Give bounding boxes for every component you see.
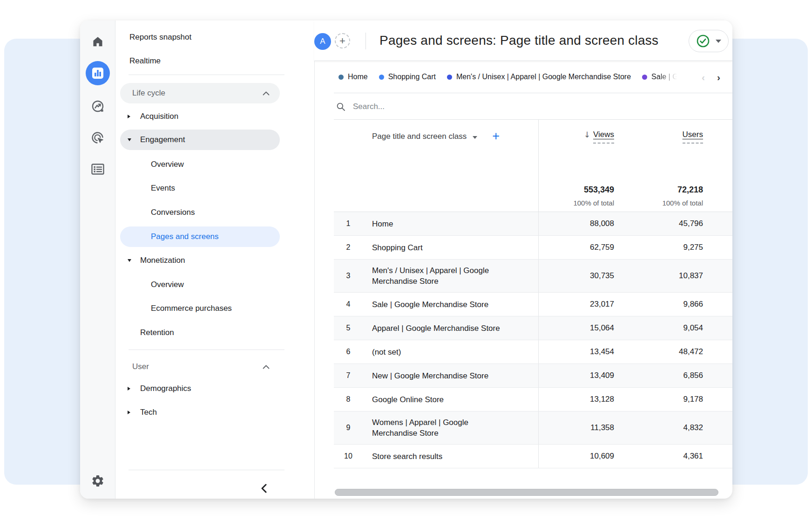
sidebar-item-ecommerce[interactable]: Ecommerce purchases	[120, 300, 280, 317]
search-input[interactable]	[352, 102, 587, 112]
sidebar-item-reports-snapshot[interactable]: Reports snapshot	[120, 29, 280, 46]
sidebar-divider	[129, 470, 284, 470]
table-row[interactable]: 8Google Online Store13,1289,178	[334, 388, 732, 411]
reports-icon-active[interactable]	[86, 61, 110, 85]
chevron-up-icon	[263, 365, 270, 369]
table-body: 1Home88,00845,7962Shopping Cart62,7599,2…	[334, 212, 732, 468]
table-row[interactable]: 9Womens | Apparel | Google Merchandise S…	[334, 411, 732, 445]
sidebar-item-mon-overview[interactable]: Overview	[120, 276, 280, 293]
sidebar-item-demographics[interactable]: Demographics	[120, 380, 280, 397]
views-column-header: ↓ Views 553,349 100% of total	[538, 120, 624, 212]
row-users-value: 48,472	[624, 340, 732, 363]
legend-label: Home	[348, 73, 368, 81]
views-total-value: 553,349	[573, 185, 614, 195]
views-header-label: Views	[593, 130, 614, 144]
library-icon[interactable]	[91, 164, 104, 175]
table-row[interactable]: 7New | Google Merchandise Store13,4096,8…	[334, 364, 732, 388]
sidebar-item-label: Reports snapshot	[129, 33, 191, 42]
app-window: Reports snapshotRealtimeLife cycleAcquis…	[80, 21, 732, 499]
sidebar-item-label: Realtime	[129, 56, 161, 66]
row-views-value: 13,454	[538, 340, 624, 363]
sidebar-item-events[interactable]: Events	[120, 180, 280, 197]
settings-gear-icon[interactable]	[91, 474, 105, 488]
table-row[interactable]: 10Store search results10,6094,361	[334, 445, 732, 468]
page: Reports snapshotRealtimeLife cycleAcquis…	[0, 0, 812, 521]
row-views-value: 62,759	[538, 236, 624, 259]
legend-prev-icon: ‹	[702, 72, 705, 82]
dimension-selector[interactable]: Page title and screen class	[372, 132, 477, 141]
sidebar-item-label: Pages and screens	[151, 232, 219, 241]
report-status-button[interactable]	[689, 30, 729, 52]
avatar[interactable]: A	[314, 33, 331, 50]
row-views-value: 10,609	[538, 445, 624, 468]
row-page-title: (not set)	[363, 340, 538, 363]
row-users-value: 9,275	[624, 236, 732, 259]
row-views-value: 23,017	[538, 293, 624, 316]
table-row[interactable]: 1Home88,00845,796	[334, 212, 732, 236]
views-sort-header[interactable]: ↓ Views	[584, 130, 614, 144]
sidebar-item-label: Demographics	[140, 384, 191, 393]
table-row[interactable]: 2Shopping Cart62,7599,275	[334, 236, 732, 260]
add-comparison-button[interactable]: +	[335, 33, 350, 48]
users-column-header: Users 72,218 100% of total	[624, 120, 732, 212]
legend-label: Shopping Cart	[388, 73, 436, 81]
table-row[interactable]: 5Apparel | Google Merchandise Store15,06…	[334, 316, 732, 340]
row-rank: 7	[334, 364, 363, 387]
row-views-value: 88,008	[538, 212, 624, 235]
row-views-value: 15,064	[538, 316, 624, 340]
row-rank: 3	[334, 260, 363, 292]
row-page-title: Home	[363, 212, 538, 235]
legend-next-icon[interactable]: ›	[717, 72, 720, 82]
sidebar-item-label: Ecommerce purchases	[151, 304, 232, 313]
row-users-value: 4,361	[624, 445, 732, 468]
sidebar-item-engagement[interactable]: Engagement	[120, 130, 280, 150]
collapse-sidebar-button[interactable]	[255, 480, 272, 497]
table-row[interactable]: 6(not set)13,45448,472	[334, 340, 732, 364]
table-row[interactable]: 4Sale | Google Merchandise Store23,0179,…	[334, 293, 732, 316]
add-column-button[interactable]: +	[492, 129, 500, 144]
sidebar-item-conversions[interactable]: Conversions	[120, 204, 280, 221]
legend-dot-icon	[338, 75, 344, 80]
table-row[interactable]: 3Men's / Unisex | Apparel | Google Merch…	[334, 260, 732, 293]
row-page-title: Google Online Store	[363, 388, 538, 411]
data-table: Page title and screen class + ↓ Views 55…	[334, 120, 732, 468]
row-rank: 1	[334, 212, 363, 235]
row-page-title: New | Google Merchandise Store	[363, 364, 538, 387]
sidebar-item-label: Engagement	[140, 135, 185, 144]
home-icon[interactable]	[91, 35, 104, 48]
sidebar-divider	[129, 75, 284, 75]
collapsed-arrow-icon	[128, 411, 130, 414]
collapsed-arrow-icon	[128, 387, 130, 391]
row-rank: 8	[334, 388, 363, 411]
views-total-pct: 100% of total	[573, 199, 614, 207]
explore-icon[interactable]	[91, 99, 105, 113]
reports-active-circle	[86, 61, 110, 85]
row-rank: 10	[334, 445, 363, 468]
expanded-arrow-icon	[128, 138, 131, 141]
users-sort-header[interactable]: Users	[683, 130, 703, 144]
sidebar-item-pages-screens[interactable]: Pages and screens	[120, 226, 280, 247]
sidebar-item-label: Tech	[140, 408, 157, 417]
row-views-value: 11,358	[538, 411, 624, 444]
report-header: A + Pages and screens: Page title and sc…	[314, 21, 732, 61]
row-users-value: 9,178	[624, 388, 732, 411]
sidebar-item-label: Events	[151, 184, 175, 193]
row-rank: 6	[334, 340, 363, 363]
scrollbar-thumb[interactable]	[335, 489, 718, 496]
sidebar-item-tech[interactable]: Tech	[120, 404, 280, 421]
sidebar-item-realtime[interactable]: Realtime	[120, 53, 280, 69]
search-icon	[336, 102, 345, 111]
sidebar-item-acquisition[interactable]: Acquisition	[120, 108, 280, 125]
sidebar-item-life-cycle[interactable]: Life cycle	[120, 83, 280, 103]
sidebar-item-eng-overview[interactable]: Overview	[120, 156, 280, 173]
sidebar-item-monetization[interactable]: Monetization	[120, 252, 280, 269]
sidebar-item-user[interactable]: User	[120, 356, 280, 377]
dimension-header-cell: Page title and screen class +	[363, 120, 538, 212]
sidebar-item-retention[interactable]: Retention	[120, 324, 280, 341]
breakdown-legend: HomeShopping CartMen's / Unisex | Appare…	[314, 61, 732, 93]
legend-dot-icon	[379, 75, 384, 80]
check-circle-icon	[696, 34, 710, 48]
sidebar-divider	[129, 350, 284, 350]
row-page-title: Shopping Cart	[363, 236, 538, 259]
advertising-icon[interactable]	[91, 131, 105, 145]
